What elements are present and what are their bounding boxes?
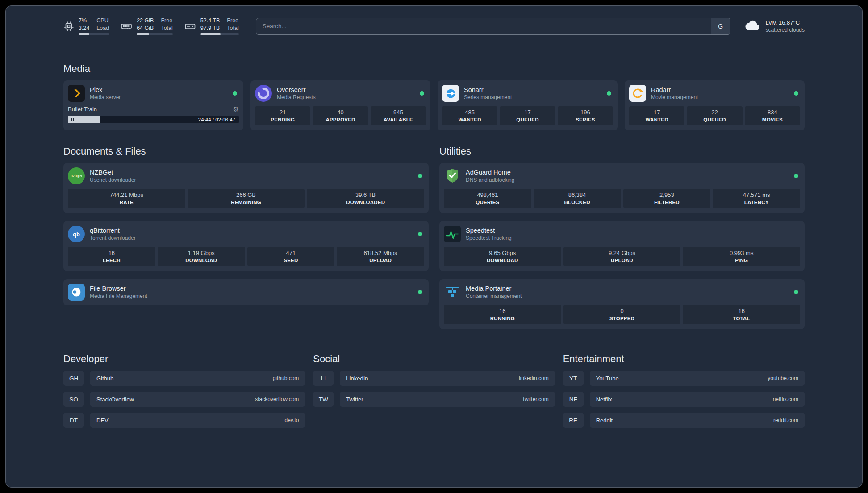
bookmark-domain: twitter.com [523, 396, 548, 402]
bookmark-abbr[interactable]: LI [313, 371, 334, 386]
bookmark-link-reddit[interactable]: Reddit reddit.com [590, 413, 805, 428]
speedtest-icon [444, 226, 461, 242]
service-title: Radarr [651, 86, 698, 93]
service-card-adguard[interactable]: AdGuard Home DNS and adblocking 498,461 … [439, 163, 805, 213]
bookmark-abbr[interactable]: SO [63, 392, 84, 407]
service-subtitle: Media Requests [277, 94, 316, 100]
bookmark-link-youtube[interactable]: YouTube youtube.com [590, 371, 805, 386]
stat-tile: 266 GB REMAINING [188, 189, 305, 208]
bookmark-abbr[interactable]: TW [313, 392, 334, 407]
stat-value: 9.24 Gbps [565, 250, 679, 256]
search-input[interactable] [256, 18, 711, 34]
stat-value: 21 [257, 109, 309, 116]
bookmark-abbr[interactable]: GH [63, 371, 84, 386]
stat-value: 471 [249, 250, 333, 256]
bookmark-link-netflix[interactable]: Netflix netflix.com [590, 392, 805, 407]
bookmark-domain: netflix.com [773, 396, 798, 402]
stat-value: 266 GB [189, 192, 303, 198]
stat-label: TOTAL [684, 316, 798, 321]
status-dot [233, 91, 237, 96]
cpu-load-label: Load [96, 25, 109, 32]
now-playing-title: Bullet Train [68, 106, 97, 113]
stat-value: 2,953 [625, 192, 709, 198]
bookmark-name: Twitter [346, 396, 363, 403]
bookmark-abbr[interactable]: YT [563, 371, 584, 386]
stat-tile: 1.19 Gbps DOWNLOAD [158, 247, 245, 266]
bookmark-group-developer: Developer GH Github github.com SO StackO… [63, 353, 305, 434]
stat-value: 9.65 Gbps [446, 250, 559, 256]
service-card-speedtest[interactable]: Speedtest Speedtest Tracking 9.65 Gbps D… [439, 221, 805, 271]
service-title: Speedtest [466, 227, 512, 234]
stat-tile: 0.993 ms PING [683, 247, 800, 266]
service-subtitle: Movie management [651, 94, 698, 100]
search-go-button[interactable]: G [711, 18, 730, 34]
memory-total-label: Total [161, 25, 172, 32]
stat-tile: 22 QUEUED [687, 106, 742, 125]
stat-value: 498,461 [446, 192, 530, 198]
bookmark-row-youtube: YT YouTube youtube.com [563, 371, 805, 386]
bookmark-abbr[interactable]: RE [563, 413, 584, 428]
bookmark-abbr[interactable]: DT [63, 413, 84, 428]
stat-label: DOWNLOAD [446, 258, 559, 263]
service-subtitle: Media server [90, 94, 121, 100]
nzbget-icon: nzbget [68, 167, 85, 184]
stat-value: 0 [565, 308, 679, 314]
service-card-filebrowser[interactable]: File Browser Media File Management [63, 279, 429, 305]
stat-label: UPLOAD [565, 258, 679, 263]
disk-total-label: Total [227, 25, 238, 32]
overseerr-icon [255, 85, 272, 102]
stat-label: STOPPED [565, 316, 679, 321]
service-card-nzbget[interactable]: nzbget NZBGet Usenet downloader 744.21 M… [63, 163, 429, 213]
stat-label: QUERIES [446, 200, 530, 205]
stat-label: RUNNING [446, 316, 559, 321]
bookmark-link-linkedin[interactable]: LinkedIn linkedin.com [340, 371, 555, 386]
stat-value: 22 [689, 109, 740, 116]
bookmark-link-stackoverflow[interactable]: StackOverflow stackoverflow.com [90, 392, 305, 407]
adguard-icon [444, 167, 461, 184]
bookmark-domain: dev.to [285, 417, 299, 423]
stat-label: REMAINING [189, 200, 303, 205]
status-dot [420, 91, 424, 96]
bookmark-link-github[interactable]: Github github.com [90, 371, 305, 386]
service-card-plex[interactable]: Plex Media server Bullet Train ⚙ 24:44 [63, 80, 243, 130]
cpu-usage-value: 7% [79, 17, 89, 25]
bookmark-link-dev[interactable]: DEV dev.to [90, 413, 305, 428]
stat-tile: 21 PENDING [255, 106, 310, 125]
stat-value: 16 [684, 308, 798, 314]
service-title: Sonarr [464, 86, 512, 93]
bookmark-name: DEV [96, 417, 108, 424]
disk-free-value: 52.4 TB [200, 17, 220, 25]
sonarr-icon [442, 85, 459, 102]
bookmark-name: YouTube [596, 375, 619, 382]
service-card-overseerr[interactable]: Overseerr Media Requests 21 PENDING 40 A… [250, 80, 430, 130]
bookmark-row-netflix: NF Netflix netflix.com [563, 392, 805, 407]
service-card-radarr[interactable]: Radarr Movie management 17 WANTED 22 QUE… [625, 80, 805, 130]
playback-time: 24:44 / 02:06:47 [198, 117, 235, 122]
search-bar: G [256, 18, 730, 35]
bookmark-name: LinkedIn [346, 375, 368, 382]
bookmark-abbr[interactable]: NF [563, 392, 584, 407]
playback-progress-bar[interactable]: 24:44 / 02:06:47 [68, 116, 239, 123]
stat-value: 1.19 Gbps [159, 250, 243, 256]
service-card-qbittorrent[interactable]: qb qBittorrent Torrent downloader 16 LEE… [63, 221, 429, 271]
stat-label: UPLOAD [338, 258, 422, 263]
bookmark-group-social: Social LI LinkedIn linkedin.com TW Twitt… [313, 353, 555, 434]
service-title: NZBGet [90, 169, 136, 176]
pause-button[interactable] [68, 116, 100, 123]
memory-usage-bar [137, 33, 173, 35]
stat-tile: 40 APPROVED [313, 106, 368, 125]
section-heading-media: Media [63, 63, 805, 75]
service-subtitle: Media File Management [90, 293, 147, 299]
gear-icon[interactable]: ⚙ [233, 106, 239, 113]
weather-location-temp: Lviv, 16.87°C [766, 19, 805, 26]
section-heading-entertainment: Entertainment [563, 353, 805, 365]
stat-tile: 86,384 BLOCKED [534, 189, 621, 208]
stat-tile: 17 WANTED [629, 106, 684, 125]
bookmark-link-twitter[interactable]: Twitter twitter.com [340, 392, 555, 407]
service-card-portainer[interactable]: Media Portainer Container management 16 … [439, 279, 805, 329]
cpu-label: CPU [96, 17, 109, 25]
stat-tile: 9.65 Gbps DOWNLOAD [444, 247, 561, 266]
cpu-load-value: 3.24 [79, 25, 89, 32]
service-card-sonarr[interactable]: Sonarr Series management 485 WANTED 17 Q… [438, 80, 618, 130]
disk-icon [184, 21, 196, 32]
